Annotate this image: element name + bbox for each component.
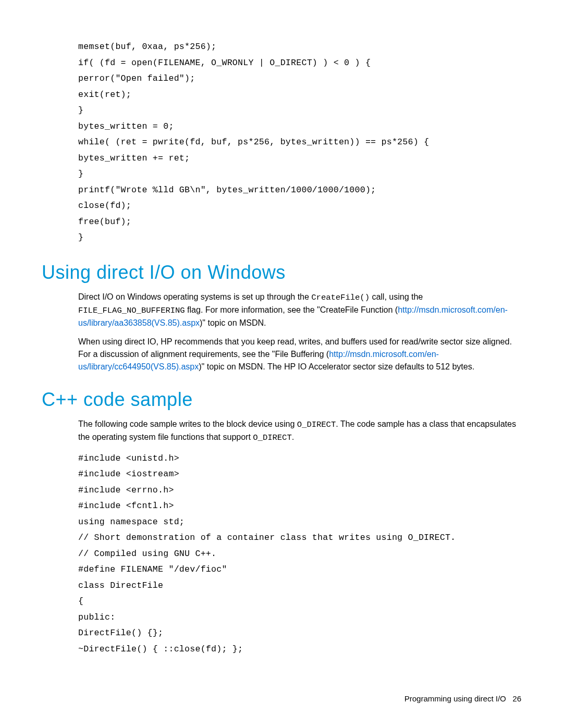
text-fragment: call, using the bbox=[370, 292, 423, 301]
heading-windows: Using direct I/O on Windows bbox=[42, 262, 521, 283]
text-fragment: The following code sample writes to the … bbox=[78, 419, 297, 428]
page-footer: Programming using direct I/O 26 bbox=[405, 694, 521, 703]
inline-code: O_DIRECT bbox=[297, 420, 336, 429]
footer-text: Programming using direct I/O bbox=[405, 694, 506, 703]
heading-cpp: C++ code sample bbox=[42, 389, 521, 411]
text-fragment: )" topic on MSDN. bbox=[200, 318, 266, 327]
text-fragment: . bbox=[292, 433, 294, 441]
code-block-cpp: #include <unistd.h> #include <iostream> … bbox=[78, 451, 521, 658]
inline-code: CreateFile() bbox=[311, 293, 370, 302]
code-block-c: memset(buf, 0xaa, ps*256); if( (fd = ope… bbox=[78, 39, 521, 246]
paragraph-windows-2: When using direct IO, HP recommends that… bbox=[78, 336, 521, 373]
text-fragment: When using direct IO, HP recommends that… bbox=[78, 337, 512, 359]
inline-code: FILE_FLAG_NO_BUFFERING bbox=[78, 306, 185, 315]
paragraph-cpp: The following code sample writes to the … bbox=[78, 418, 521, 445]
text-fragment: Direct I/O on Windows operating systems … bbox=[78, 292, 311, 301]
page-number: 26 bbox=[512, 694, 521, 703]
inline-code: O_DIRECT bbox=[253, 433, 291, 442]
text-fragment: )" topic on MSDN. The HP IO Accelerator … bbox=[199, 362, 474, 371]
text-fragment: flag. For more information, see the "Cre… bbox=[185, 305, 398, 314]
paragraph-windows-1: Direct I/O on Windows operating systems … bbox=[78, 291, 521, 330]
